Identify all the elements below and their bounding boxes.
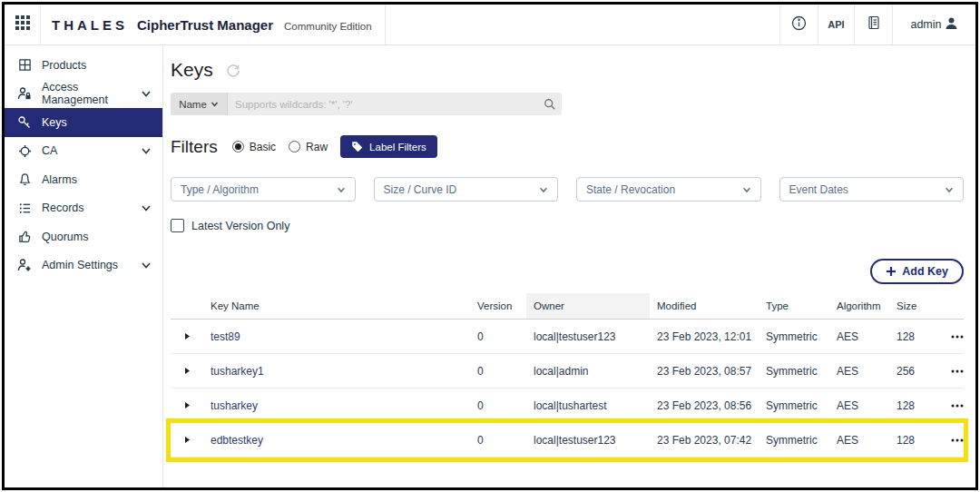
expand-caret-icon[interactable] [184,330,191,343]
modified-cell: 23 Feb 2023, 08:57 [650,365,759,378]
latest-version-only-checkbox-row[interactable]: Latest Version Only [171,219,964,232]
products-grid-icon [17,58,32,73]
size-cell: 128 [889,330,942,343]
sidebar-item-label: CA [42,144,141,157]
latest-version-only-checkbox[interactable] [171,219,184,232]
chevron-down-icon [337,185,346,194]
key-name-cell[interactable]: edbtestkey [203,434,470,447]
column-header-modified[interactable]: Modified [650,300,759,311]
column-header-version[interactable]: Version [470,300,526,311]
sidebar-item-label: Admin Settings [42,259,141,271]
column-header-key-name[interactable]: Key Name [203,300,470,311]
filter-radio-raw[interactable]: Raw [289,141,328,153]
owner-cell: local|testuser123 [526,434,650,447]
brand-logo[interactable]: THALES CipherTrust Manager Community Edi… [41,5,386,44]
api-button[interactable]: API [818,5,854,44]
user-gear-icon [17,258,32,272]
add-key-button[interactable]: Add Key [870,259,964,284]
dropdown-label: Event Dates [789,183,848,196]
sidebar-item-label: Alarms [42,173,152,186]
expand-caret-icon[interactable] [184,399,191,412]
algorithm-cell: AES [829,434,889,447]
table-row[interactable]: tusharkey 0 local|tushartest 23 Feb 2023… [171,389,964,423]
sidebar-item-access-management[interactable]: Access Management [5,80,162,109]
thumbs-up-icon [17,230,32,244]
modified-cell: 23 Feb 2023, 08:56 [650,399,759,412]
chevron-down-icon [742,185,751,194]
column-header-owner[interactable]: Owner [526,293,650,319]
type-cell: Symmetric [759,365,829,378]
refresh-icon[interactable] [226,63,240,77]
sidebar-item-label: Access Management [42,81,141,106]
apps-grid-icon [15,15,31,34]
size-cell: 128 [889,434,942,447]
certificate-gear-icon [17,143,32,158]
sidebar-item-quorums[interactable]: Quorums [5,222,162,251]
event-dates-dropdown[interactable]: Event Dates [779,177,965,202]
owner-cell: local|admin [526,365,650,378]
expand-caret-icon[interactable] [184,365,191,378]
sidebar-item-label: Keys [42,116,152,129]
username-label: admin [910,18,941,31]
row-actions-menu-icon[interactable] [942,438,972,442]
sidebar-item-label: Products [42,59,152,72]
sidebar-item-label: Quorums [42,231,152,243]
column-header-type[interactable]: Type [759,300,829,311]
column-header-size[interactable]: Size [889,300,942,311]
search-field-selector[interactable]: Name [171,93,228,115]
documentation-button[interactable] [854,5,892,44]
version-cell: 0 [470,330,526,343]
owner-cell: local|testuser123 [526,330,650,343]
sidebar-item-records[interactable]: Records [5,194,162,223]
edition-label: Community Edition [284,21,372,32]
row-actions-menu-icon[interactable] [942,335,972,339]
tag-icon [351,141,363,153]
table-row-highlighted[interactable]: edbtestkey 0 local|testuser123 23 Feb 20… [171,423,964,458]
size-curve-id-dropdown[interactable]: Size / Curve ID [374,177,559,202]
user-menu[interactable]: admin [892,5,975,44]
dropdown-label: Type / Algorithm [181,183,259,196]
key-name-cell[interactable]: test89 [203,330,470,343]
add-key-button-label: Add Key [902,265,948,278]
version-cell: 0 [470,434,526,447]
sidebar-item-alarms[interactable]: Alarms [5,165,162,194]
search-icon[interactable] [538,98,562,111]
key-name-cell[interactable]: tusharkey1 [203,365,470,378]
plus-icon [886,266,897,277]
row-actions-menu-icon[interactable] [942,369,972,373]
chevron-down-icon [141,88,152,99]
type-cell: Symmetric [759,399,829,412]
sidebar-item-products[interactable]: Products [5,51,162,80]
chevron-down-icon [141,260,152,271]
filter-radio-basic[interactable]: Basic [232,141,276,153]
type-cell: Symmetric [759,330,829,343]
app-launcher-button[interactable] [5,5,41,44]
sidebar-item-ca[interactable]: CA [5,137,162,166]
sidebar-item-admin-settings[interactable]: Admin Settings [5,251,162,280]
top-header: THALES CipherTrust Manager Community Edi… [5,5,975,45]
algorithm-cell: AES [829,365,889,378]
table-row[interactable]: test89 0 local|testuser123 23 Feb 2023, … [171,320,964,354]
key-name-cell[interactable]: tusharkey [203,399,470,412]
app-window: THALES CipherTrust Manager Community Edi… [2,2,978,490]
modified-cell: 23 Feb 2023, 07:42 [650,434,759,447]
table-row[interactable]: tusharkey1 0 local|admin 23 Feb 2023, 08… [171,354,964,389]
chevron-down-icon [141,145,152,156]
user-lock-icon [17,86,32,101]
info-button[interactable] [779,5,818,44]
column-header-algorithm[interactable]: Algorithm [829,300,889,311]
version-cell: 0 [470,365,526,378]
expand-caret-icon[interactable] [184,434,191,447]
book-icon [867,15,881,34]
search-input[interactable] [228,93,538,115]
label-filters-button-label: Label Filters [369,142,426,153]
row-actions-menu-icon[interactable] [942,404,972,408]
key-icon [17,115,32,130]
state-revocation-dropdown[interactable]: State / Revocation [576,177,761,202]
type-cell: Symmetric [759,434,829,447]
label-filters-button[interactable]: Label Filters [340,135,437,158]
chevron-down-icon [211,100,219,108]
type-algorithm-dropdown[interactable]: Type / Algorithm [171,177,356,202]
sidebar-item-keys[interactable]: Keys [5,108,162,137]
dropdown-label: Size / Curve ID [384,183,457,196]
